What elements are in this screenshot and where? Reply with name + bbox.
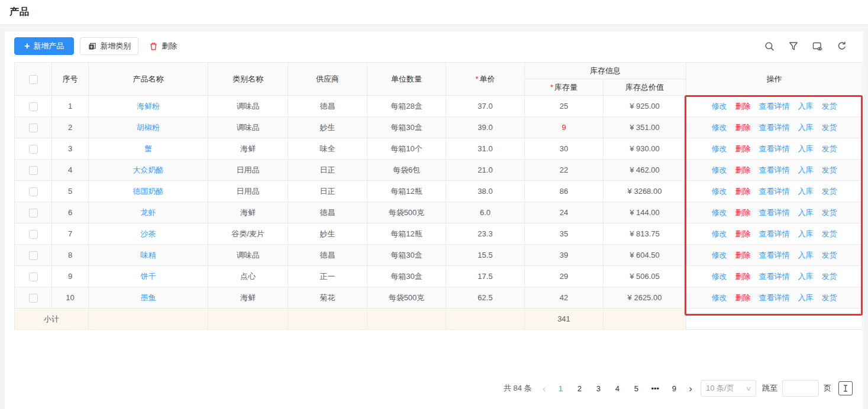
header-stock: *库存量: [525, 79, 604, 96]
action-ship-link[interactable]: 发货: [822, 187, 837, 196]
action-ship-link[interactable]: 发货: [822, 144, 837, 153]
product-name-link[interactable]: 海鲜粉: [137, 102, 160, 111]
search-icon[interactable]: [764, 41, 775, 51]
row-checkbox[interactable]: [29, 187, 38, 196]
action-delete-link[interactable]: 删除: [735, 229, 751, 238]
action-ship-link[interactable]: 发货: [822, 102, 837, 111]
action-view-detail-link[interactable]: 查看详情: [759, 229, 790, 238]
add-product-button[interactable]: + 新增产品: [14, 37, 74, 55]
page-size-select[interactable]: 10 条/页 ∨: [701, 380, 756, 397]
action-stock-in-link[interactable]: 入库: [798, 102, 814, 111]
action-view-detail-link[interactable]: 查看详情: [759, 251, 790, 259]
product-name-link[interactable]: 德国奶酪: [133, 187, 164, 196]
action-stock-in-link[interactable]: 入库: [798, 272, 814, 281]
prev-page-button[interactable]: ‹: [540, 384, 548, 394]
page-number[interactable]: 2: [573, 383, 586, 394]
row-actions-cell: 修改删除查看详情入库发货: [686, 266, 863, 287]
action-delete-link[interactable]: 删除: [735, 293, 751, 302]
row-checkbox[interactable]: [29, 166, 38, 175]
action-stock-in-link[interactable]: 入库: [798, 251, 814, 259]
select-all-checkbox[interactable]: [29, 75, 38, 84]
next-page-button[interactable]: ›: [686, 384, 695, 394]
action-ship-link[interactable]: 发货: [822, 208, 837, 217]
preview-eye-icon[interactable]: [812, 41, 823, 51]
action-ship-link[interactable]: 发货: [822, 229, 837, 238]
action-ship-link[interactable]: 发货: [822, 251, 837, 259]
row-stock-value: ¥ 2625.00: [604, 287, 686, 309]
i-beam-icon[interactable]: [838, 381, 853, 395]
action-view-detail-link[interactable]: 查看详情: [759, 144, 790, 153]
page-number[interactable]: 9: [667, 383, 680, 394]
action-view-detail-link[interactable]: 查看详情: [759, 165, 790, 174]
row-checkbox[interactable]: [29, 209, 38, 218]
row-checkbox[interactable]: [29, 145, 38, 154]
product-name-link[interactable]: 沙茶: [141, 229, 156, 238]
action-delete-link[interactable]: 删除: [735, 165, 751, 174]
action-edit-link[interactable]: 修改: [712, 102, 727, 111]
product-name-link[interactable]: 味精: [141, 251, 156, 259]
plus-icon: +: [24, 41, 30, 51]
action-edit-link[interactable]: 修改: [712, 165, 727, 174]
row-checkbox[interactable]: [29, 294, 38, 303]
product-name-link[interactable]: 饼干: [141, 272, 156, 281]
action-stock-in-link[interactable]: 入库: [798, 293, 814, 302]
products-table: 序号 产品名称 类别名称 供应商 单位数量 *单价 库存信息 操作 *库存量 库…: [14, 62, 863, 330]
page-number[interactable]: 1: [554, 383, 567, 394]
action-stock-in-link[interactable]: 入库: [798, 123, 814, 132]
page-number[interactable]: 4: [611, 383, 624, 394]
action-edit-link[interactable]: 修改: [712, 229, 727, 238]
action-delete-link[interactable]: 删除: [735, 208, 751, 217]
action-view-detail-link[interactable]: 查看详情: [759, 293, 790, 302]
action-delete-link[interactable]: 删除: [735, 251, 751, 259]
action-ship-link[interactable]: 发货: [822, 123, 837, 132]
action-view-detail-link[interactable]: 查看详情: [759, 208, 790, 217]
action-stock-in-link[interactable]: 入库: [798, 208, 814, 217]
page-number[interactable]: 3: [592, 383, 605, 394]
action-delete-link[interactable]: 删除: [735, 187, 751, 196]
page-number[interactable]: •••: [648, 383, 662, 394]
row-checkbox[interactable]: [29, 124, 38, 132]
summary-label: 小计: [15, 309, 89, 330]
product-name-link[interactable]: 墨鱼: [141, 293, 156, 302]
action-delete-link[interactable]: 删除: [735, 102, 751, 111]
action-stock-in-link[interactable]: 入库: [798, 187, 814, 196]
add-category-button[interactable]: 新增类别: [80, 37, 138, 55]
add-category-label: 新增类别: [100, 41, 131, 51]
action-edit-link[interactable]: 修改: [712, 144, 727, 153]
action-stock-in-link[interactable]: 入库: [798, 144, 814, 153]
action-delete-link[interactable]: 删除: [735, 144, 751, 153]
action-view-detail-link[interactable]: 查看详情: [759, 102, 790, 111]
product-name-link[interactable]: 胡椒粉: [137, 123, 160, 132]
row-select-cell: [15, 245, 52, 266]
row-checkbox[interactable]: [29, 272, 38, 281]
action-delete-link[interactable]: 删除: [735, 123, 751, 132]
page-number[interactable]: 5: [630, 383, 643, 394]
delete-button[interactable]: 删除: [143, 37, 183, 55]
action-view-detail-link[interactable]: 查看详情: [759, 187, 790, 196]
refresh-icon[interactable]: [837, 41, 847, 51]
row-checkbox[interactable]: [29, 230, 38, 239]
action-view-detail-link[interactable]: 查看详情: [759, 272, 790, 281]
product-name-link[interactable]: 龙虾: [141, 208, 156, 217]
product-name-link[interactable]: 蟹: [144, 144, 152, 153]
action-ship-link[interactable]: 发货: [822, 165, 837, 174]
action-edit-link[interactable]: 修改: [712, 208, 727, 217]
row-checkbox[interactable]: [29, 102, 38, 111]
action-edit-link[interactable]: 修改: [712, 293, 727, 302]
table-tools: [764, 41, 854, 51]
action-ship-link[interactable]: 发货: [822, 272, 837, 281]
action-stock-in-link[interactable]: 入库: [798, 165, 814, 174]
action-edit-link[interactable]: 修改: [712, 187, 727, 196]
action-edit-link[interactable]: 修改: [712, 123, 727, 132]
jump-page-input[interactable]: [782, 380, 819, 397]
action-edit-link[interactable]: 修改: [712, 251, 727, 259]
pagination: 共 84 条 ‹ 1 2 3 4 5 ••• 9 › 10 条/页 ∨ 跳至 页: [15, 379, 853, 397]
action-ship-link[interactable]: 发货: [822, 293, 837, 302]
filter-icon[interactable]: [789, 41, 798, 51]
row-checkbox[interactable]: [29, 251, 38, 260]
action-edit-link[interactable]: 修改: [712, 272, 727, 281]
product-name-link[interactable]: 大众奶酪: [133, 165, 164, 174]
action-delete-link[interactable]: 删除: [735, 272, 751, 281]
action-view-detail-link[interactable]: 查看详情: [759, 123, 790, 132]
action-stock-in-link[interactable]: 入库: [798, 229, 814, 238]
